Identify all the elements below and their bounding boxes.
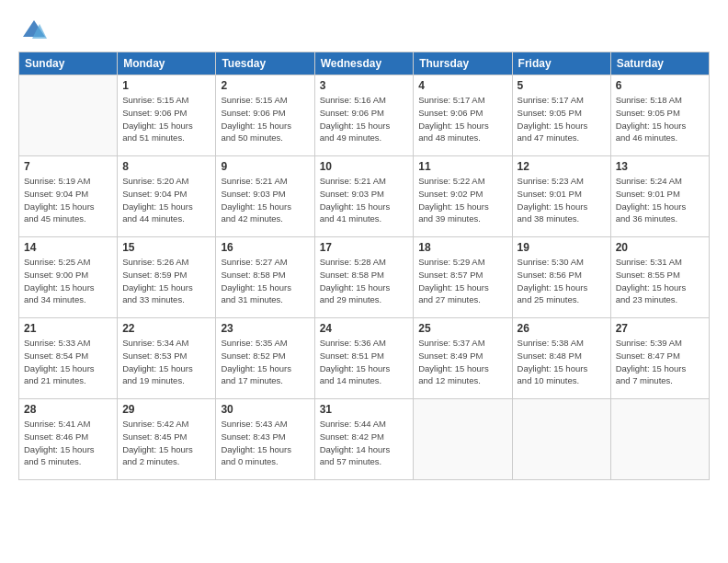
cell-day-number: 31: [320, 403, 409, 416]
week-row-3: 14Sunrise: 5:25 AMSunset: 9:00 PMDayligh…: [19, 237, 710, 318]
cell-info: Sunrise: 5:21 AMSunset: 9:03 PMDaylight:…: [221, 175, 309, 225]
cell-day-number: 2: [221, 79, 309, 92]
cell-info: Sunrise: 5:41 AMSunset: 8:46 PMDaylight:…: [24, 418, 112, 468]
cell-info: Sunrise: 5:16 AMSunset: 9:06 PMDaylight:…: [320, 94, 409, 144]
calendar-cell: [414, 399, 512, 480]
weekday-header-tuesday: Tuesday: [216, 52, 314, 75]
cell-day-number: 5: [518, 79, 606, 92]
week-row-1: 1Sunrise: 5:15 AMSunset: 9:06 PMDaylight…: [19, 75, 710, 156]
cell-info: Sunrise: 5:17 AMSunset: 9:05 PMDaylight:…: [518, 94, 606, 144]
cell-info: Sunrise: 5:15 AMSunset: 9:06 PMDaylight:…: [221, 94, 309, 144]
header: [18, 17, 710, 42]
cell-info: Sunrise: 5:21 AMSunset: 9:03 PMDaylight:…: [320, 175, 409, 225]
calendar-cell: 27Sunrise: 5:39 AMSunset: 8:47 PMDayligh…: [610, 318, 709, 399]
cell-day-number: 9: [221, 160, 309, 173]
cell-day-number: 27: [616, 322, 704, 335]
calendar-cell: 2Sunrise: 5:15 AMSunset: 9:06 PMDaylight…: [216, 75, 314, 156]
cell-info: Sunrise: 5:17 AMSunset: 9:06 PMDaylight:…: [418, 94, 506, 144]
cell-day-number: 3: [320, 79, 409, 92]
logo: [18, 17, 47, 42]
calendar-cell: 3Sunrise: 5:16 AMSunset: 9:06 PMDaylight…: [314, 75, 414, 156]
calendar-cell: 30Sunrise: 5:43 AMSunset: 8:43 PMDayligh…: [216, 399, 314, 480]
cell-info: Sunrise: 5:18 AMSunset: 9:05 PMDaylight:…: [616, 94, 704, 144]
cell-day-number: 21: [24, 322, 112, 335]
calendar-cell: 9Sunrise: 5:21 AMSunset: 9:03 PMDaylight…: [216, 156, 314, 237]
weekday-header-row: SundayMondayTuesdayWednesdayThursdayFrid…: [19, 52, 710, 75]
cell-info: Sunrise: 5:22 AMSunset: 9:02 PMDaylight:…: [418, 175, 506, 225]
cell-day-number: 4: [418, 79, 506, 92]
calendar-cell: 19Sunrise: 5:30 AMSunset: 8:56 PMDayligh…: [512, 237, 610, 318]
cell-day-number: 25: [418, 322, 506, 335]
week-row-2: 7Sunrise: 5:19 AMSunset: 9:04 PMDaylight…: [19, 156, 710, 237]
calendar-cell: 25Sunrise: 5:37 AMSunset: 8:49 PMDayligh…: [414, 318, 512, 399]
cell-day-number: 8: [122, 160, 210, 173]
cell-info: Sunrise: 5:36 AMSunset: 8:51 PMDaylight:…: [320, 337, 409, 387]
cell-day-number: 22: [122, 322, 210, 335]
cell-info: Sunrise: 5:29 AMSunset: 8:57 PMDaylight:…: [418, 256, 506, 306]
cell-info: Sunrise: 5:28 AMSunset: 8:58 PMDaylight:…: [320, 256, 409, 306]
cell-day-number: 30: [221, 403, 309, 416]
cell-info: Sunrise: 5:39 AMSunset: 8:47 PMDaylight:…: [616, 337, 704, 387]
cell-info: Sunrise: 5:33 AMSunset: 8:54 PMDaylight:…: [24, 337, 112, 387]
calendar-cell: 17Sunrise: 5:28 AMSunset: 8:58 PMDayligh…: [314, 237, 414, 318]
calendar-cell: 24Sunrise: 5:36 AMSunset: 8:51 PMDayligh…: [314, 318, 414, 399]
cell-day-number: 13: [616, 160, 704, 173]
calendar-cell: 15Sunrise: 5:26 AMSunset: 8:59 PMDayligh…: [118, 237, 216, 318]
weekday-header-monday: Monday: [118, 52, 216, 75]
weekday-header-wednesday: Wednesday: [314, 52, 414, 75]
cell-day-number: 23: [221, 322, 309, 335]
cell-day-number: 18: [418, 241, 506, 254]
cell-day-number: 11: [418, 160, 506, 173]
calendar-cell: 23Sunrise: 5:35 AMSunset: 8:52 PMDayligh…: [216, 318, 314, 399]
weekday-header-thursday: Thursday: [414, 52, 512, 75]
calendar-cell: 22Sunrise: 5:34 AMSunset: 8:53 PMDayligh…: [118, 318, 216, 399]
cell-day-number: 6: [616, 79, 704, 92]
calendar-cell: 8Sunrise: 5:20 AMSunset: 9:04 PMDaylight…: [118, 156, 216, 237]
cell-info: Sunrise: 5:31 AMSunset: 8:55 PMDaylight:…: [616, 256, 704, 306]
cell-info: Sunrise: 5:24 AMSunset: 9:01 PMDaylight:…: [616, 175, 704, 225]
cell-info: Sunrise: 5:38 AMSunset: 8:48 PMDaylight:…: [518, 337, 606, 387]
calendar-cell: 6Sunrise: 5:18 AMSunset: 9:05 PMDaylight…: [610, 75, 709, 156]
calendar-cell: 16Sunrise: 5:27 AMSunset: 8:58 PMDayligh…: [216, 237, 314, 318]
cell-info: Sunrise: 5:35 AMSunset: 8:52 PMDaylight:…: [221, 337, 309, 387]
page: SundayMondayTuesdayWednesdayThursdayFrid…: [0, 0, 728, 563]
cell-day-number: 20: [616, 241, 704, 254]
weekday-header-friday: Friday: [512, 52, 610, 75]
calendar-cell: 28Sunrise: 5:41 AMSunset: 8:46 PMDayligh…: [19, 399, 118, 480]
calendar-cell: 20Sunrise: 5:31 AMSunset: 8:55 PMDayligh…: [610, 237, 709, 318]
cell-info: Sunrise: 5:15 AMSunset: 9:06 PMDaylight:…: [122, 94, 210, 144]
cell-info: Sunrise: 5:19 AMSunset: 9:04 PMDaylight:…: [24, 175, 112, 225]
calendar-cell: 31Sunrise: 5:44 AMSunset: 8:42 PMDayligh…: [314, 399, 414, 480]
cell-day-number: 7: [24, 160, 112, 173]
cell-info: Sunrise: 5:26 AMSunset: 8:59 PMDaylight:…: [122, 256, 210, 306]
calendar-cell: 26Sunrise: 5:38 AMSunset: 8:48 PMDayligh…: [512, 318, 610, 399]
calendar-cell: 29Sunrise: 5:42 AMSunset: 8:45 PMDayligh…: [118, 399, 216, 480]
cell-info: Sunrise: 5:43 AMSunset: 8:43 PMDaylight:…: [221, 418, 309, 468]
cell-info: Sunrise: 5:44 AMSunset: 8:42 PMDaylight:…: [320, 418, 409, 468]
cell-day-number: 15: [122, 241, 210, 254]
cell-info: Sunrise: 5:37 AMSunset: 8:49 PMDaylight:…: [418, 337, 506, 387]
cell-day-number: 24: [320, 322, 409, 335]
cell-info: Sunrise: 5:25 AMSunset: 9:00 PMDaylight:…: [24, 256, 112, 306]
calendar-cell: [512, 399, 610, 480]
calendar-cell: 4Sunrise: 5:17 AMSunset: 9:06 PMDaylight…: [414, 75, 512, 156]
cell-info: Sunrise: 5:42 AMSunset: 8:45 PMDaylight:…: [122, 418, 210, 468]
calendar-cell: 18Sunrise: 5:29 AMSunset: 8:57 PMDayligh…: [414, 237, 512, 318]
calendar-cell: 5Sunrise: 5:17 AMSunset: 9:05 PMDaylight…: [512, 75, 610, 156]
calendar-cell: 1Sunrise: 5:15 AMSunset: 9:06 PMDaylight…: [118, 75, 216, 156]
cell-day-number: 28: [24, 403, 112, 416]
cell-day-number: 14: [24, 241, 112, 254]
calendar-cell: 10Sunrise: 5:21 AMSunset: 9:03 PMDayligh…: [314, 156, 414, 237]
calendar-cell: 11Sunrise: 5:22 AMSunset: 9:02 PMDayligh…: [414, 156, 512, 237]
week-row-5: 28Sunrise: 5:41 AMSunset: 8:46 PMDayligh…: [19, 399, 710, 480]
calendar-cell: 14Sunrise: 5:25 AMSunset: 9:00 PMDayligh…: [19, 237, 118, 318]
calendar-cell: 21Sunrise: 5:33 AMSunset: 8:54 PMDayligh…: [19, 318, 118, 399]
weekday-header-sunday: Sunday: [19, 52, 118, 75]
cell-info: Sunrise: 5:34 AMSunset: 8:53 PMDaylight:…: [122, 337, 210, 387]
cell-day-number: 1: [122, 79, 210, 92]
calendar-cell: [19, 75, 118, 156]
cell-day-number: 16: [221, 241, 309, 254]
cell-day-number: 17: [320, 241, 409, 254]
cell-day-number: 26: [518, 322, 606, 335]
calendar-cell: 7Sunrise: 5:19 AMSunset: 9:04 PMDaylight…: [19, 156, 118, 237]
